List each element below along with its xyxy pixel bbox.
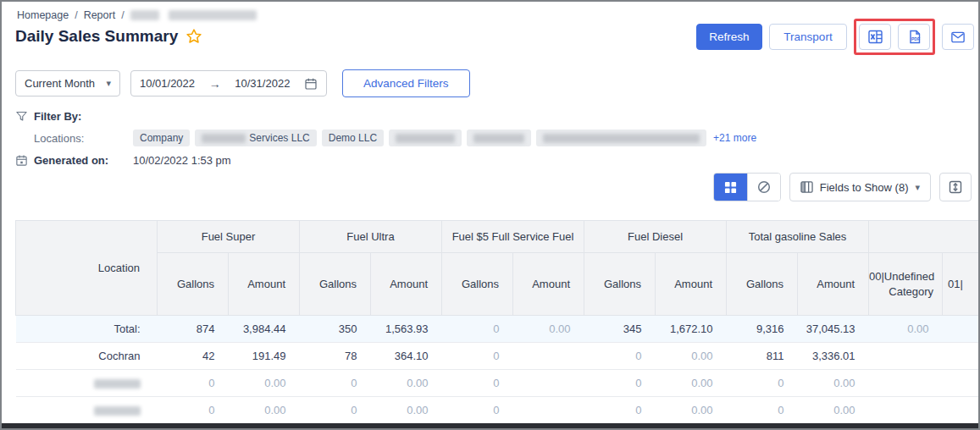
cell: 3,336.01 [798, 343, 869, 370]
fields-to-show-label: Fields to Show (8) [820, 181, 909, 194]
export-pdf-button[interactable]: PDF [898, 24, 930, 50]
cell: 37,045.13 [798, 316, 869, 343]
table-controls: Fields to Show (8) ▾ [713, 173, 972, 201]
cell: 0 [300, 370, 371, 397]
cell: 0.00 [229, 397, 300, 424]
chart-view-disabled-button[interactable] [747, 174, 780, 201]
date-start-value[interactable]: 10/01/2022 [140, 77, 195, 90]
transport-button[interactable]: Transport [769, 24, 847, 50]
cell: 0.00 [229, 370, 300, 397]
filter-by-section: Filter By: Locations: Company Services L… [15, 107, 965, 169]
breadcrumb-redacted-item [169, 10, 257, 20]
subheader-gallons: Gallons [727, 253, 798, 316]
cell: 0 [158, 397, 229, 424]
subheader-amount: Amount [229, 253, 300, 316]
cell [513, 397, 584, 424]
svg-text:PDF: PDF [911, 36, 920, 41]
chevron-down-icon: ▾ [106, 78, 111, 89]
cell [869, 397, 943, 424]
cell: 364.10 [371, 343, 442, 370]
cell [943, 370, 978, 397]
cell: 0.00 [798, 397, 869, 424]
cell: 0 [584, 370, 656, 397]
breadcrumb-separator: / [75, 9, 77, 21]
header-actions: Refresh Transport [696, 19, 974, 55]
chevron-down-icon: ▾ [915, 182, 920, 193]
cell: 0 [158, 370, 229, 397]
more-locations-link[interactable]: +21 more [713, 132, 756, 144]
row-location-redacted [16, 397, 158, 424]
redacted-text [396, 134, 455, 143]
group-header-fuel-super: Fuel Super [158, 221, 300, 253]
cell: 191.49 [229, 343, 300, 370]
favorite-star-icon[interactable] [185, 28, 202, 45]
report-table: Location Fuel Super Fuel Ultra Fuel $5 F… [15, 220, 978, 424]
cell [513, 370, 584, 397]
cell: 0 [727, 370, 798, 397]
subheader-amount: Amount [513, 253, 584, 316]
cell: 0.00 [869, 316, 943, 343]
period-select[interactable]: Current Month ▾ [15, 70, 120, 96]
redacted-text [94, 406, 141, 416]
cell: 0 [442, 316, 513, 343]
redacted-text [94, 379, 141, 389]
cell: 0 [442, 343, 513, 370]
subheader-amount: Amount [656, 253, 727, 316]
redacted-text [202, 134, 246, 143]
subheader-gallons: Gallons [584, 253, 656, 316]
refresh-button[interactable]: Refresh [696, 24, 762, 50]
group-header-fuel-ultra: Fuel Ultra [300, 221, 442, 253]
location-tag: Company [133, 130, 190, 146]
breadcrumb-homepage[interactable]: Homepage [17, 9, 69, 21]
row-location-redacted [16, 370, 158, 397]
cell: 78 [300, 343, 371, 370]
calendar-icon[interactable] [304, 77, 318, 91]
arrow-right-icon: → [209, 77, 221, 91]
location-tag-redacted [536, 130, 706, 146]
cell [513, 343, 584, 370]
grid-icon [724, 181, 737, 194]
pdf-export-icon: PDF [906, 29, 922, 45]
cell [943, 316, 978, 343]
cell: 1,563.93 [371, 316, 442, 343]
subheader-gallons: Gallons [158, 253, 229, 316]
redacted-text [473, 134, 524, 143]
cell: 811 [727, 343, 798, 370]
cell: 0.00 [656, 370, 727, 397]
subheader-amount: Amount [371, 253, 442, 316]
advanced-filters-button[interactable]: Advanced Filters [342, 69, 470, 97]
breadcrumb-redacted-item [130, 10, 159, 20]
cell: 0 [300, 397, 371, 424]
circle-slash-icon [757, 180, 771, 194]
cell: 0.00 [371, 370, 442, 397]
date-end-value[interactable]: 10/31/2022 [235, 77, 290, 90]
date-range-input[interactable]: 10/01/2022 → 10/31/2022 [130, 70, 327, 96]
cell: 0 [727, 397, 798, 424]
location-tag: Services LLC [195, 130, 316, 146]
group-header-total-gasoline-sales: Total gasoline Sales [727, 221, 869, 253]
grid-view-button[interactable] [714, 174, 747, 201]
cell [869, 343, 943, 370]
generated-on-value: 10/02/2022 1:53 pm [133, 154, 965, 167]
location-tag-redacted [467, 130, 531, 146]
send-email-button[interactable] [942, 24, 974, 50]
cell: 0.00 [656, 397, 727, 424]
group-header-fuel-diesel: Fuel Diesel [584, 221, 727, 253]
cell: 42 [158, 343, 229, 370]
subheader-gallons: Gallons [442, 253, 513, 316]
row-location: Cochran [16, 343, 158, 370]
cell: 9,316 [727, 316, 798, 343]
calendar-icon [15, 154, 34, 167]
row-location: Total: [16, 316, 158, 343]
fields-to-show-dropdown[interactable]: Fields to Show (8) ▾ [789, 173, 931, 201]
cell: 0.00 [513, 316, 584, 343]
page-title: Daily Sales Summary [15, 27, 178, 46]
excel-export-icon [867, 29, 883, 45]
export-excel-button[interactable] [859, 24, 891, 50]
fit-height-button[interactable] [939, 173, 972, 201]
cell: 350 [300, 316, 371, 343]
breadcrumb-report[interactable]: Report [84, 9, 116, 21]
column-header-undefined-category: 00|Undefined Category [869, 253, 943, 316]
filter-by-label: Filter By: [34, 110, 133, 123]
breadcrumb: Homepage / Report / [17, 9, 257, 21]
